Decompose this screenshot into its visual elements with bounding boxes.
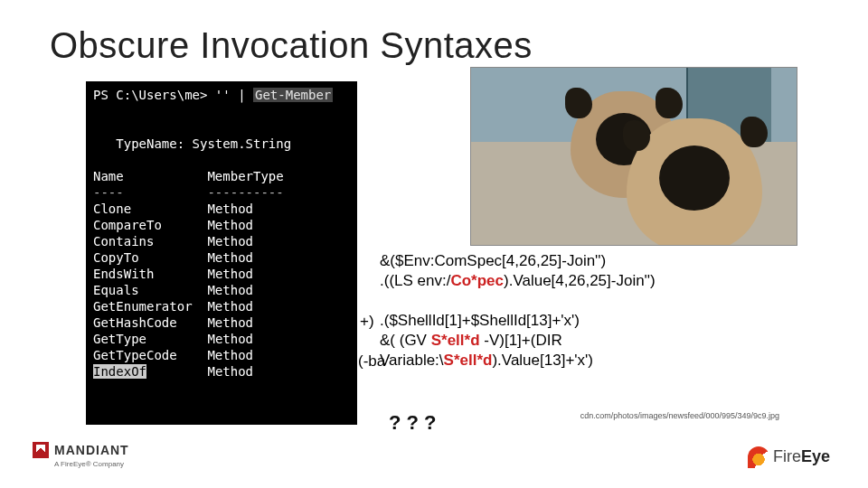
question-marks: ? ? ? <box>389 411 437 435</box>
row: GetType <box>93 332 146 346</box>
snippet-2b: ).Value[4,26,25]-Join'') <box>504 272 656 289</box>
mandiant-icon <box>33 442 49 458</box>
meme-image <box>470 67 797 246</box>
col-type: MemberType <box>207 169 283 183</box>
code-snippets: &($Env:ComSpec[4,26,25]-Join'') .((LS en… <box>380 251 656 371</box>
ps-pipe: | <box>231 88 253 102</box>
row-selected: IndexOf <box>93 364 146 379</box>
fireeye-logo: FireEye <box>748 446 830 468</box>
snippet-4-wild: S*ell*d <box>431 332 480 349</box>
snippet-3: .($ShellId[1]+$ShellId[13]+'x') <box>380 312 580 329</box>
row: GetEnumerator <box>93 299 193 314</box>
col-name: Name <box>93 169 124 183</box>
row: Method <box>207 234 253 249</box>
mandiant-text: MANDIANT <box>54 443 129 457</box>
row: Method <box>207 202 253 216</box>
row: Method <box>207 364 253 379</box>
row: CompareTo <box>93 218 162 232</box>
mandiant-logo: MANDIANT A FireEye® Company <box>33 441 168 468</box>
ps-input-quotes: '' <box>215 88 231 102</box>
fireeye-icon <box>748 446 769 468</box>
powershell-console: PS C:\Users\me> '' | Get-Member TypeName… <box>86 81 357 425</box>
occluded-text-1: +) <box>360 313 374 331</box>
row: Method <box>207 218 253 232</box>
snippet-5-wild: S*ell*d <box>444 352 493 369</box>
mandiant-subtitle: A FireEye® Company <box>54 460 168 468</box>
row: Clone <box>93 202 131 216</box>
row: Method <box>207 332 253 346</box>
snippet-5a: Variable:\ <box>380 352 444 369</box>
slide-title: Obscure Invocation Syntaxes <box>50 25 533 66</box>
row: Method <box>207 299 253 314</box>
ps-prompt: PS C:\Users\me> <box>93 88 215 102</box>
snippet-4a: &( (GV <box>380 332 431 349</box>
fireeye-text-1: Fire <box>773 447 801 465</box>
snippet-2a: .((LS env:/ <box>380 272 450 289</box>
row: EndsWith <box>93 267 154 281</box>
ps-typename: TypeName: System.String <box>93 136 291 151</box>
row: GetTypeCode <box>93 348 177 362</box>
row: GetHashCode <box>93 315 177 330</box>
row: Contains <box>93 234 154 249</box>
snippet-4b: -V)[1]+(DIR <box>480 332 562 349</box>
row: Method <box>207 315 253 330</box>
col-div-name: ---- <box>93 185 124 200</box>
row: Method <box>207 250 253 265</box>
snippet-5b: ).Value[13]+'x') <box>492 352 593 369</box>
snippet-1: &($Env:ComSpec[4,26,25]-Join'') <box>380 252 606 269</box>
fireeye-text-2: Eye <box>801 447 830 465</box>
occluded-text-2: (-ba <box>358 352 385 371</box>
ps-getmember: Get-Member <box>253 88 333 102</box>
row: Equals <box>93 283 139 297</box>
col-div-type: ---------- <box>207 185 283 200</box>
row: Method <box>207 267 253 281</box>
snippet-2-wild: Co*pec <box>450 272 504 289</box>
row: Method <box>207 283 253 297</box>
row: CopyTo <box>93 250 139 265</box>
image-credit: cdn.com/photos/images/newsfeed/000/995/3… <box>580 411 779 420</box>
row: Method <box>207 348 253 362</box>
